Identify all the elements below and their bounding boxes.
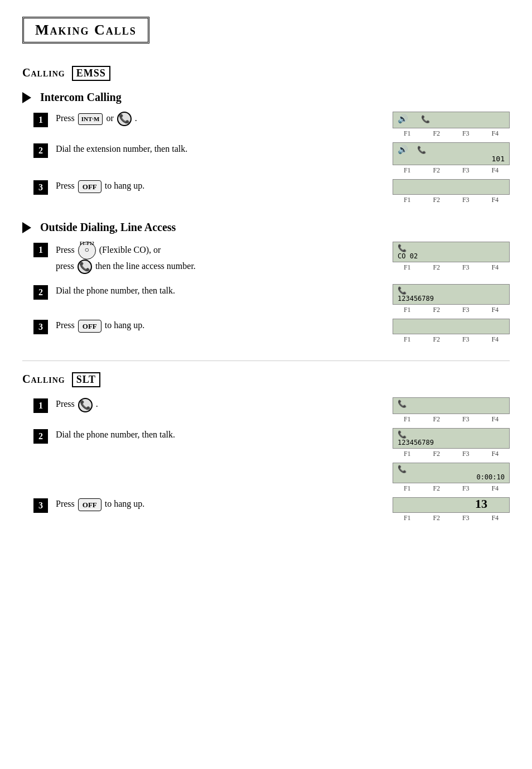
press-label-3: Press <box>56 181 75 190</box>
display-screen-slt3 <box>393 497 510 513</box>
slt-step-number-3: 3 <box>33 498 48 513</box>
f3-slt3: F3 <box>462 514 470 522</box>
outside-disp-1: 📞 CO 02 F1 F2 F3 F4 <box>393 242 510 272</box>
outside-step-2-text: 2 Dial the phone number, then talk. <box>22 284 381 305</box>
f2-slt1: F2 <box>433 415 440 424</box>
outside-step-1-content: Press F1–F12 ○ (Flexible CO), or press 📞… <box>56 242 381 274</box>
intercom-step-2-content: Dial the extension number, then talk. <box>56 142 381 156</box>
press-label-slt3: Press <box>56 499 75 508</box>
hang-up-slt3: to hang up. <box>105 499 145 508</box>
intercom-step-1-content: Press INT·M or 📞 . <box>56 112 381 126</box>
phone-button-slt1: 📞 <box>78 398 93 412</box>
ext-number: 101 <box>398 155 505 163</box>
page-title: Making Calls <box>35 22 137 38</box>
phone-icon-os2: 📞 <box>398 286 407 295</box>
f-labels-2: F1 F2 F3 F4 <box>393 166 510 175</box>
f1-label: F1 <box>404 129 411 138</box>
intercom-heading: Intercom Calling <box>22 91 510 104</box>
slt-step-2: 2 Dial the phone number, then talk. 📞 12… <box>22 428 510 493</box>
intercom-step-3-text: 3 Press OFF to hang up. <box>22 179 381 200</box>
phone-icon-2: 📞 <box>417 146 426 154</box>
slt-step-3-text: 3 Press OFF to hang up. <box>22 497 381 518</box>
f4-slt1: F4 <box>491 415 499 424</box>
display-screen-slt1: 📞 <box>393 397 510 414</box>
outside-dialing-section: Outside Dialing, Line Access 1 Press F1–… <box>22 221 510 344</box>
outside-dialing-title: Outside Dialing, Line Access <box>40 221 176 234</box>
intercom-disp-3: F1 F2 F3 F4 <box>393 179 510 204</box>
f3-os1: F3 <box>462 263 470 272</box>
slt-step-number-2: 2 <box>33 429 48 444</box>
f4-os1: F4 <box>491 263 499 272</box>
f-labels-slt1: F1 F2 F3 F4 <box>393 415 510 424</box>
f2-slt3: F2 <box>433 514 440 522</box>
outside-step-number-1: 1 <box>33 243 48 257</box>
f-labels-slt2a: F1 F2 F3 F4 <box>393 450 510 458</box>
f2-slt2b: F2 <box>433 484 440 493</box>
press-label-os1: Press <box>56 245 77 254</box>
intercom-disp-1: 🔊 📞 F1 F2 F3 F4 <box>393 112 510 138</box>
display-screen-2: 🔊 📞 101 <box>393 142 510 165</box>
slt-disp-3: F1 F2 F3 F4 <box>393 497 510 522</box>
outside-step-2-row: 2 Dial the phone number, then talk. <box>22 284 381 300</box>
slt-step-3-row: 3 Press OFF to hang up. <box>22 497 381 513</box>
f3-label-2: F3 <box>462 166 470 175</box>
slt-step-1-row: 1 Press 📞 . <box>22 397 381 413</box>
int-m-button: INT·M <box>78 113 103 125</box>
press-label: Press <box>56 113 75 123</box>
slt-disp-1: 📞 F1 F2 F3 F4 <box>393 397 510 424</box>
phone-icon-1: 📞 <box>421 115 430 123</box>
display-screen-slt2b: 📞 0:00:10 <box>393 463 510 483</box>
f1-slt2a: F1 <box>404 450 411 458</box>
slt-step-2-text: 2 Dial the phone number, then talk. <box>22 428 381 449</box>
sound-icon-1: 🔊 <box>398 114 408 124</box>
f-labels-3: F1 F2 F3 F4 <box>393 196 510 204</box>
f4-slt2b: F4 <box>491 484 499 493</box>
press-label-os3: Press <box>56 320 75 330</box>
f1-os1: F1 <box>404 263 411 272</box>
f3-slt2b: F3 <box>462 484 470 493</box>
intercom-disp-2: 🔊 📞 101 F1 F2 F3 F4 <box>393 142 510 175</box>
page-number: 13 <box>475 497 487 511</box>
display-screen-1: 🔊 📞 <box>393 112 510 128</box>
f1-slt2b: F1 <box>404 484 411 493</box>
step-number-3: 3 <box>33 180 48 195</box>
f2-label: F2 <box>433 129 440 138</box>
page-title-box: Making Calls <box>22 17 149 44</box>
phone-icon-os1: 📞 <box>398 244 407 252</box>
f-labels-1: F1 F2 F3 F4 <box>393 129 510 138</box>
section-divider <box>22 361 510 361</box>
f-labels-os3: F1 F2 F3 F4 <box>393 335 510 344</box>
f-labels-os2: F1 F2 F3 F4 <box>393 306 510 314</box>
step-number-1: 1 <box>33 113 48 127</box>
f-labels-slt3: F1 F2 F3 F4 <box>393 514 510 522</box>
f1-os3: F1 <box>404 335 411 344</box>
slt-disp-2b: 📞 0:00:10 F1 F2 F3 F4 <box>393 463 510 493</box>
press-label-os1b: press <box>56 261 76 271</box>
display-screen-slt2a: 📞 123456789 <box>393 428 510 449</box>
f4-os2: F4 <box>491 306 499 314</box>
f3-os2: F3 <box>462 306 470 314</box>
f-labels-os1: F1 F2 F3 F4 <box>393 263 510 272</box>
period-slt1: . <box>96 399 98 408</box>
off-button-os3: OFF <box>78 320 101 333</box>
intercom-step-3: 3 Press OFF to hang up. F1 F2 F3 F4 <box>22 179 510 204</box>
intercom-step-2: 2 Dial the extension number, then talk. … <box>22 142 510 175</box>
slt-badge: SLT <box>72 372 100 387</box>
f1-slt1: F1 <box>404 415 411 424</box>
f1-f12-label: F1–F12 <box>80 236 94 252</box>
phone-button-os1: 📞 <box>78 259 92 274</box>
outside-step-2-content: Dial the phone number, then talk. <box>56 284 381 297</box>
emss-badge: EMSS <box>72 66 110 81</box>
slt-step-2-row: 2 Dial the phone number, then talk. <box>22 428 381 444</box>
slt-step-1-content: Press 📞 . <box>56 397 381 412</box>
intercom-section: Intercom Calling 1 Press INT·M or 📞 . <box>22 91 510 204</box>
intercom-title: Intercom Calling <box>40 91 122 104</box>
f2-label-3: F2 <box>433 196 440 204</box>
f1-os2: F1 <box>404 306 411 314</box>
page-content: Making Calls Calling EMSS Intercom Calli… <box>22 11 510 522</box>
off-button-slt3: OFF <box>78 498 101 512</box>
flexible-co-text: (Flexible CO), or <box>99 245 161 254</box>
sound-icon-2: 🔊 <box>398 145 408 155</box>
f4-os3: F4 <box>491 335 499 344</box>
f1-slt3: F1 <box>404 514 411 522</box>
